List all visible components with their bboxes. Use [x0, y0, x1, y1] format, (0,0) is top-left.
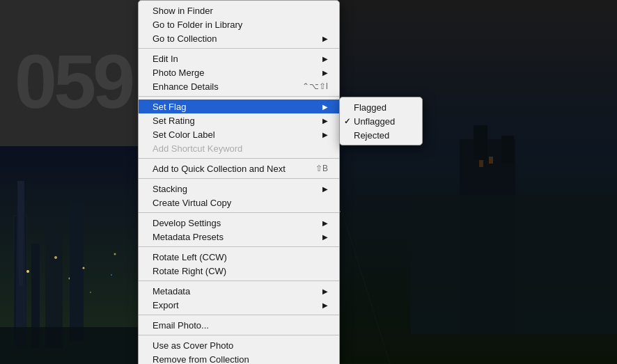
- bg-city-left: [0, 146, 146, 364]
- submenu-arrow: ▶: [322, 35, 328, 42]
- menu-item-enhance-details[interactable]: Enhance Details ⌃⌥⇧I: [139, 79, 339, 93]
- submenu-label-unflagged: Unflagged: [354, 116, 395, 127]
- submenu-arrow-7: ▶: [322, 185, 328, 193]
- menu-item-remove-from-collection[interactable]: Remove from Collection: [139, 352, 339, 364]
- menu-item-stacking[interactable]: Stacking ▶: [139, 182, 339, 196]
- svg-point-18: [54, 256, 57, 259]
- submenu-arrow-10: ▶: [322, 287, 328, 295]
- submenu-item-flagged[interactable]: Flagged: [340, 100, 422, 114]
- menu-item-photo-merge[interactable]: Photo Merge ▶: [139, 65, 339, 79]
- svg-rect-16: [0, 327, 146, 364]
- menu-item-create-virtual-copy[interactable]: Create Virtual Copy: [139, 196, 339, 209]
- svg-rect-36: [479, 160, 483, 167]
- submenu-item-unflagged[interactable]: ✓ Unflagged: [340, 114, 422, 128]
- bg-left: 059: [0, 0, 146, 364]
- submenu-item-rejected[interactable]: Rejected: [340, 128, 422, 142]
- separator-4: [139, 178, 339, 179]
- menu-item-rotate-right[interactable]: Rotate Right (CW): [139, 264, 339, 278]
- svg-point-19: [83, 267, 85, 269]
- menu-item-rotate-left[interactable]: Rotate Left (CCW): [139, 250, 339, 264]
- submenu-arrow-4: ▶: [322, 103, 328, 111]
- menu-item-go-to-collection[interactable]: Go to Collection ▶: [139, 31, 339, 45]
- submenu-set-flag: Flagged ✓ Unflagged Rejected: [339, 97, 423, 145]
- svg-rect-13: [70, 202, 84, 341]
- submenu-arrow-8: ▶: [322, 219, 328, 227]
- svg-point-9: [111, 274, 112, 276]
- svg-rect-33: [474, 125, 487, 160]
- svg-rect-35: [411, 195, 617, 334]
- separator-1: [139, 48, 339, 49]
- menu-item-set-color-label[interactable]: Set Color Label ▶: [139, 127, 339, 141]
- separator-3: [139, 158, 339, 159]
- submenu-arrow-5: ▶: [322, 117, 328, 125]
- separator-8: [139, 315, 339, 315]
- submenu-label-rejected: Rejected: [354, 130, 389, 141]
- svg-text:059: 059: [15, 38, 133, 124]
- menu-item-edit-in[interactable]: Edit In ▶: [139, 52, 339, 65]
- submenu-arrow-11: ▶: [322, 301, 328, 309]
- menu-item-add-shortcut-keyword: Add Shortcut Keyword: [139, 141, 339, 155]
- context-menu: Show in Finder Go to Folder in Library G…: [138, 0, 340, 364]
- separator-2: [139, 96, 339, 97]
- svg-point-20: [114, 253, 116, 255]
- submenu-arrow-2: ▶: [322, 55, 328, 63]
- menu-item-use-as-cover[interactable]: Use as Cover Photo: [139, 338, 339, 352]
- submenu-arrow-6: ▶: [322, 131, 328, 139]
- number-left: 059: [0, 0, 146, 146]
- menu-item-metadata-presets[interactable]: Metadata Presets ▶: [139, 230, 339, 244]
- menu-item-email-photo[interactable]: Email Photo...: [139, 318, 339, 332]
- menu-item-export[interactable]: Export ▶: [139, 298, 339, 312]
- menu-item-add-to-quick[interactable]: Add to Quick Collection and Next ⇧B: [139, 161, 339, 175]
- submenu-label-flagged: Flagged: [354, 102, 386, 113]
- separator-7: [139, 280, 339, 281]
- separator-5: [139, 212, 339, 213]
- menu-item-show-in-finder[interactable]: Show in Finder: [139, 3, 339, 17]
- separator-6: [139, 246, 339, 247]
- separator-9: [139, 335, 339, 335]
- submenu-arrow-9: ▶: [322, 233, 328, 241]
- check-icon: ✓: [344, 117, 350, 126]
- menu-item-set-rating[interactable]: Set Rating ▶: [139, 113, 339, 127]
- menu-item-set-flag[interactable]: Set Flag ▶ Flagged ✓ Unflagged Rejected: [139, 100, 339, 113]
- menu-item-develop-settings[interactable]: Develop Settings ▶: [139, 216, 339, 230]
- menu-item-go-to-folder[interactable]: Go to Folder in Library: [139, 17, 339, 31]
- submenu-arrow-3: ▶: [322, 69, 328, 77]
- svg-rect-37: [489, 157, 493, 164]
- svg-point-8: [90, 292, 91, 293]
- menu-item-metadata[interactable]: Metadata ▶: [139, 284, 339, 298]
- svg-point-17: [26, 270, 29, 273]
- svg-rect-34: [501, 136, 514, 164]
